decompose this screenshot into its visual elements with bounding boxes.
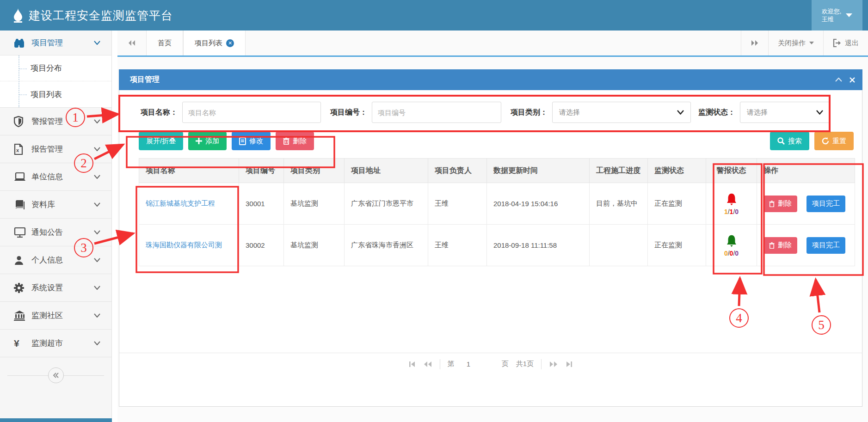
alarm-status-cell: 1/1/0 [708, 192, 755, 215]
alarm-status-cell: 0/0/0 [708, 234, 755, 257]
chevron-down-icon [94, 341, 100, 345]
panel-header: 项目管理 [119, 69, 862, 90]
table-toolbar: 展开/折叠 添加 修改 删除 [119, 127, 862, 150]
sidebar-item-project-list[interactable]: 项目列表 [0, 81, 111, 107]
tab-home[interactable]: 首页 [146, 31, 183, 55]
search-form: 项目名称： 项目编号： 项目类别： 请选择 监测状态： [119, 90, 862, 127]
last-page-button[interactable] [566, 361, 573, 368]
operations-cell: 删除 项目完工 [763, 237, 855, 254]
project-manager-cell: 王维 [428, 183, 487, 225]
select-value: 请选择 [559, 108, 580, 117]
chevron-down-icon [94, 313, 100, 318]
edit-file-icon [239, 137, 246, 145]
tab-label: 首页 [158, 39, 172, 48]
project-name-link[interactable]: 珠海国勘仪器有限公司测 [146, 241, 222, 249]
sidebar-item-project-distribution[interactable]: 项目分布 [0, 55, 111, 81]
tab-close-icon[interactable]: ✕ [226, 39, 234, 47]
project-name-input[interactable] [182, 102, 321, 123]
row-delete-button[interactable]: 删除 [763, 237, 797, 254]
add-button[interactable]: 添加 [188, 132, 227, 150]
search-button[interactable]: 搜索 [770, 132, 809, 150]
sidebar-item-notices[interactable]: 通知公告 [0, 219, 111, 246]
col-monitor-status: 监测状态 [648, 159, 706, 183]
sidebar-item-unit-info[interactable]: 单位信息 [0, 163, 111, 191]
panel-body: 项目名称： 项目编号： 项目类别： 请选择 监测状态： [119, 90, 862, 407]
tab-project-list[interactable]: 项目列表 ✕ [183, 31, 246, 55]
project-code-input[interactable] [372, 102, 501, 123]
double-chevron-left-icon [128, 40, 136, 46]
laptop-icon [14, 172, 26, 182]
yen-icon: ¥ [14, 338, 26, 349]
tabs-scroll-right-button[interactable] [741, 31, 768, 55]
double-chevron-right-icon [751, 40, 759, 46]
project-category-cell: 基坑监测 [284, 225, 345, 266]
alarm-bell-green-icon[interactable] [725, 234, 739, 248]
next-page-button[interactable] [549, 361, 558, 368]
alarm-bell-red-icon[interactable] [725, 192, 739, 206]
gear-icon [14, 283, 26, 293]
reset-button[interactable]: 重置 [814, 132, 854, 150]
plus-icon [196, 138, 202, 144]
project-category-select[interactable]: 请选择 [552, 102, 691, 123]
bank-icon [14, 311, 26, 321]
username: 王维 [822, 16, 834, 23]
edit-button[interactable]: 修改 [232, 132, 271, 150]
main-area: 首页 项目列表 ✕ 关闭操作 退出 项目管理 [117, 31, 868, 422]
row-delete-button[interactable]: 删除 [763, 196, 797, 212]
prev-page-button[interactable] [423, 361, 432, 368]
table-empty-space [119, 266, 862, 353]
sidebar-collapse-button[interactable] [48, 367, 64, 383]
project-mgmt-panel: 项目管理 项目名称： 项目编号： [119, 69, 862, 407]
monitor-icon [14, 227, 26, 238]
col-alarm-status: 警报状态 [706, 159, 757, 183]
first-page-button[interactable] [408, 361, 416, 368]
row-complete-button[interactable]: 项目完工 [806, 237, 845, 254]
col-project-manager: 项目负责人 [428, 159, 487, 183]
caret-down-icon [809, 42, 814, 44]
expand-collapse-button[interactable]: 展开/折叠 [139, 132, 183, 150]
tabbar-spacer [246, 31, 741, 55]
app-brand: 建设工程安全监测监管平台 [0, 8, 173, 23]
col-update-time: 数据更新时间 [487, 159, 590, 183]
monitor-status-select[interactable]: 请选择 [740, 102, 830, 123]
sidebar-item-personal-info[interactable]: 个人信息 [0, 246, 111, 274]
panel-close-icon[interactable] [850, 77, 855, 83]
tabs-scroll-left-button[interactable] [117, 31, 146, 55]
shield-icon [14, 116, 26, 127]
sidebar-item-library[interactable]: 资料库 [0, 191, 111, 219]
sidebar-item-project-mgmt[interactable]: 项目管理 [0, 31, 111, 55]
sidebar-item-label: 通知公告 [31, 227, 94, 238]
delete-button[interactable]: 删除 [276, 132, 314, 150]
trash-icon [769, 242, 775, 249]
monitor-status-label: 监测状态： [698, 108, 735, 117]
chevron-down-icon [94, 175, 100, 179]
sidebar-collapse-row [0, 367, 111, 383]
sidebar-item-system-settings[interactable]: 系统设置 [0, 274, 111, 302]
panel-collapse-icon[interactable] [835, 78, 842, 82]
sidebar-item-monitor-community[interactable]: 监测社区 [0, 302, 111, 330]
panel-title: 项目管理 [130, 75, 160, 85]
double-chevron-left-icon [53, 373, 59, 378]
alarm-counts: 1/1/0 [724, 208, 739, 215]
page-suffix: 页 [502, 360, 509, 368]
chevron-down-icon [94, 147, 100, 151]
page-number[interactable]: 1 [462, 360, 494, 368]
chevron-down-icon [94, 41, 100, 45]
project-name-link[interactable]: 锦江新城基坑支护工程 [146, 199, 215, 207]
operations-cell: 删除 项目完工 [763, 196, 855, 212]
book-icon [14, 200, 26, 210]
logout-button[interactable]: 退出 [823, 31, 868, 55]
page-prefix: 第 [448, 360, 455, 368]
sidebar-item-label: 监测超市 [31, 338, 94, 349]
row-complete-button[interactable]: 项目完工 [806, 196, 845, 212]
close-operations-menu[interactable]: 关闭操作 [768, 31, 823, 55]
sidebar-item-report-mgmt[interactable]: x 报告管理 [0, 135, 111, 163]
sidebar-item-monitor-market[interactable]: ¥ 监测超市 [0, 330, 111, 357]
tab-bar: 首页 项目列表 ✕ 关闭操作 退出 [117, 31, 868, 55]
user-menu[interactable]: 欢迎您, 王维 [812, 0, 862, 31]
button-label: 修改 [249, 137, 263, 146]
project-name-label: 项目名称： [141, 108, 178, 117]
sidebar-item-alarm-mgmt[interactable]: 警报管理 [0, 108, 111, 135]
sidebar-item-label: 个人信息 [31, 255, 94, 265]
file-excel-icon: x [14, 144, 26, 155]
